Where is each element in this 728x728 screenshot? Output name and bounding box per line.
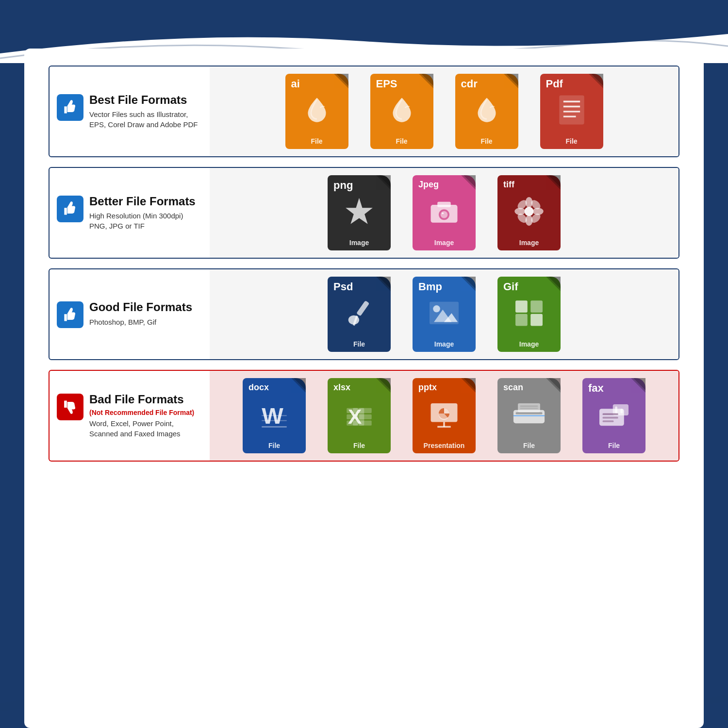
thumbs-up-icon-best [57, 94, 83, 121]
rows-container: Best File Formats Vector Files such as I… [49, 66, 679, 462]
svg-rect-37 [356, 300, 369, 316]
svg-rect-86 [615, 406, 617, 413]
label-title-bad: Bad File Formats [89, 393, 200, 407]
svg-point-34 [525, 207, 534, 216]
label-title-good: Good File Formats [89, 300, 200, 314]
svg-rect-8 [559, 95, 584, 124]
svg-rect-19 [437, 201, 451, 207]
svg-rect-83 [602, 413, 618, 415]
file-icon-fax: fax File [578, 378, 650, 453]
svg-rect-47 [515, 300, 528, 313]
row-label-bad: Bad File Formats (Not Recommended File F… [50, 384, 210, 448]
file-icon-Bmp: Bmp Image [408, 277, 480, 352]
row-files-good: Psd File Bmp [210, 269, 678, 359]
svg-rect-77 [520, 408, 538, 409]
file-icon-docx: docx W File [238, 378, 311, 453]
svg-rect-63 [353, 408, 358, 425]
svg-rect-76 [520, 405, 538, 407]
file-icon-png: png Image [323, 175, 396, 250]
file-icon-pptx: pptx Presentation [408, 378, 480, 453]
row-files-bad: docx W File [210, 371, 678, 461]
label-desc-good: Photoshop, BMP, Gif [89, 317, 200, 327]
main-container: Best File Formats Vector Files such as I… [0, 0, 728, 728]
row-label-good: Good File Formats Photoshop, BMP, Gif [50, 292, 210, 337]
label-text-better: Better File Formats High Resolution (Min… [89, 195, 200, 232]
file-icon-Pdf: Pdf File [535, 74, 608, 149]
label-desc-bad: Word, Excel, Power Point,Scanned and Fax… [89, 418, 200, 439]
row-label-best: Best File Formats Vector Files such as I… [50, 84, 210, 139]
row-bad: Bad File Formats (Not Recommended File F… [49, 370, 679, 462]
svg-point-22 [442, 212, 444, 214]
label-desc-best: Vector Files such as Illustrator,EPS, Co… [89, 109, 200, 130]
thumbs-down-icon-bad [57, 394, 83, 420]
content-wrapper: Best File Formats Vector Files such as I… [24, 49, 704, 728]
row-label-better: Better File Formats High Resolution (Min… [50, 186, 210, 240]
file-icon-ai: ai File [281, 74, 353, 149]
label-title-best: Best File Formats [89, 93, 200, 107]
label-subtitle-bad: (Not Recommended File Format) [89, 409, 200, 416]
file-icon-cdr: cdr File [450, 74, 523, 149]
label-desc-better: High Resolution (Min 300dpi)PNG, JPG or … [89, 211, 200, 231]
svg-rect-49 [515, 314, 528, 326]
row-files-best: ai File EPS [210, 66, 678, 156]
label-text-bad: Bad File Formats (Not Recommended File F… [89, 393, 200, 439]
row-best: Best File Formats Vector Files such as I… [49, 66, 679, 157]
row-good: Good File Formats Photoshop, BMP, Gif Ps… [49, 268, 679, 360]
file-icon-Jpeg: Jpeg Image [408, 175, 480, 250]
file-icon-Gif: Gif Image [493, 277, 565, 352]
svg-rect-84 [602, 416, 618, 418]
svg-rect-85 [602, 420, 613, 422]
label-text-good: Good File Formats Photoshop, BMP, Gif [89, 300, 200, 327]
file-icon-xlsx: xlsx X File [323, 378, 396, 453]
svg-rect-48 [530, 300, 543, 313]
row-files-better: png Image Jpeg [210, 168, 678, 258]
thumbs-up-icon-better [57, 196, 83, 222]
svg-rect-87 [620, 409, 623, 413]
row-better: Better File Formats High Resolution (Min… [49, 167, 679, 259]
svg-point-44 [433, 305, 440, 313]
svg-rect-50 [530, 314, 543, 326]
file-icon-Psd: Psd File [323, 277, 396, 352]
thumbs-up-icon-good [57, 301, 83, 328]
file-icon-scan: scan File [493, 378, 565, 453]
svg-rect-64 [359, 408, 364, 425]
svg-rect-74 [516, 412, 543, 414]
file-icon-EPS: EPS File [365, 74, 438, 149]
file-icon-tiff: tiff Image [493, 175, 565, 250]
svg-marker-15 [346, 198, 373, 224]
svg-point-21 [441, 211, 448, 218]
label-text-best: Best File Formats Vector Files such as I… [89, 93, 200, 130]
label-title-better: Better File Formats [89, 195, 200, 209]
